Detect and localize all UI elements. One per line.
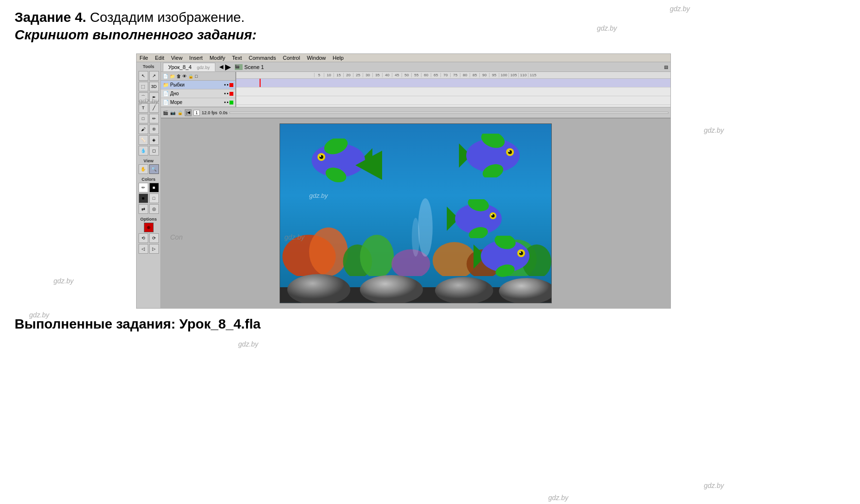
tool-row-3: ⌒ ✒ <box>138 92 159 102</box>
nav-forward[interactable]: ▶ <box>225 62 231 71</box>
tick-110: 110 <box>518 73 528 77</box>
tick-80: 80 <box>460 73 470 77</box>
tool-3d[interactable]: 3D <box>149 82 159 91</box>
watermark-8: gdz.by <box>238 340 258 348</box>
content-area: Урок_8_4 gdz.by ◀ ▶ 🎬 Scene 1 ▤ <box>161 62 670 308</box>
delete-layer-icon[interactable]: 🗑 <box>176 74 181 79</box>
colors-row1: ✏ ■ <box>138 183 159 192</box>
tool-color-swatch2[interactable]: □ <box>149 193 159 203</box>
layer-folder-icon: 📁 <box>163 82 169 87</box>
menu-text[interactable]: Text <box>232 55 242 61</box>
svg-point-13 <box>360 275 423 303</box>
tab-urok[interactable]: Урок_8_4 gdz.by <box>163 63 215 71</box>
colors-label: Colors <box>138 177 159 182</box>
svg-point-22 <box>320 156 321 157</box>
tool-eyedrop[interactable]: 💧 <box>139 146 148 156</box>
tick-65: 65 <box>431 73 440 77</box>
layer-row-more[interactable]: 📄 Море • • <box>161 98 235 107</box>
tool-opt5[interactable]: ▷ <box>149 244 159 254</box>
ide-main-layout: Tools ↖ ↗ ⬚ 3D ⌒ ✒ T ╱ □ ✏ 🖌 <box>137 62 670 308</box>
tool-zoom[interactable]: 🔍 <box>149 164 159 174</box>
tool-line[interactable]: ╱ <box>149 103 159 113</box>
header-area: Задание 4. Создадим изображение. Скриншо… <box>0 0 860 53</box>
menu-window[interactable]: Window <box>307 55 326 61</box>
timeline-area: Урок_8_4 gdz.by ◀ ▶ 🎬 Scene 1 ▤ <box>161 62 670 119</box>
tools-label: Tools <box>138 64 159 69</box>
tool-text[interactable]: T <box>139 103 148 113</box>
tick-10: 10 <box>324 73 333 77</box>
tool-opt2[interactable]: ⟲ <box>139 233 148 243</box>
tick-105: 105 <box>509 73 518 77</box>
tool-default-colors[interactable]: ◎ <box>149 204 159 214</box>
menu-modify[interactable]: Modify <box>210 55 225 61</box>
tool-eraser[interactable]: ◻ <box>149 146 159 156</box>
tool-stroke-color[interactable]: ✏ <box>139 183 148 192</box>
tool-fill[interactable]: ◈ <box>149 135 159 145</box>
tool-pencil[interactable]: ✏ <box>149 114 159 123</box>
vis-dot-dno: • <box>224 91 226 96</box>
watermark-4: gdz.by <box>704 126 724 134</box>
lock-dot: • <box>227 82 228 87</box>
options-label: Options <box>138 217 159 222</box>
add-folder-icon[interactable]: 📁 <box>170 74 175 79</box>
tick-85: 85 <box>470 73 479 77</box>
tick-60: 60 <box>421 73 431 77</box>
tool-subselect[interactable]: ↗ <box>149 71 159 81</box>
menu-insert[interactable]: Insert <box>189 55 203 61</box>
layer-controls-dno: • • <box>224 91 233 96</box>
layer-names-panel: 📄 📁 🗑 👁 🔒 □ 📁 Рыбки <box>161 72 236 107</box>
tool-lasso[interactable]: ⌒ <box>139 92 148 102</box>
options-row1: ⊕ <box>138 223 159 232</box>
tool-bone[interactable]: 🦴 <box>139 135 148 145</box>
tool-opt1[interactable]: ⊕ <box>144 223 154 232</box>
stage-area: gdz.by <box>161 119 670 308</box>
tool-brush[interactable]: 🖌 <box>139 124 148 134</box>
tick-100: 100 <box>499 73 509 77</box>
menu-control[interactable]: Control <box>283 55 300 61</box>
layer-name-rybki: Рыбки <box>170 82 185 87</box>
tick-55: 55 <box>411 73 421 77</box>
tool-swap-colors[interactable]: ⇄ <box>139 204 148 214</box>
tool-row-2: ⬚ 3D <box>138 82 159 91</box>
layer-row-rybki[interactable]: 📁 Рыбки • • <box>161 81 235 89</box>
menu-help[interactable]: Help <box>333 55 344 61</box>
layer-page-icon-more: 📄 <box>163 100 169 105</box>
tick-75: 75 <box>450 73 460 77</box>
tool-row-7: 🦴 ◈ <box>138 135 159 145</box>
tick-45: 45 <box>392 73 402 77</box>
play-back-btn[interactable]: |◀ <box>185 109 192 116</box>
vis-dot: • <box>224 82 226 87</box>
layer-lock-icon: 🔒 <box>188 74 193 79</box>
color-box-more <box>229 101 233 104</box>
camera-icon: 📷 <box>170 110 176 115</box>
tick-30: 30 <box>363 73 372 77</box>
menu-view[interactable]: View <box>171 55 183 61</box>
playhead <box>260 79 261 87</box>
svg-point-37 <box>491 214 492 215</box>
colors-row3: ⇄ ◎ <box>138 204 159 214</box>
watermark-10: gdz.by <box>704 482 724 489</box>
layer-name-dno: Дно <box>170 91 179 96</box>
menu-edit[interactable]: Edit <box>155 55 164 61</box>
tool-opt3[interactable]: ⟳ <box>149 233 159 243</box>
tool-row-5: □ ✏ <box>138 114 159 123</box>
layer-name-more: Море <box>170 100 182 105</box>
add-layer-icon[interactable]: 📄 <box>163 74 168 79</box>
tool-transform[interactable]: ⬚ <box>139 82 148 91</box>
timeline-scroll[interactable] <box>229 112 668 114</box>
tool-pen[interactable]: ✒ <box>149 92 159 102</box>
tool-opt4[interactable]: ◁ <box>139 244 148 254</box>
menu-file[interactable]: File <box>140 55 148 61</box>
title-line1: Задание 4. Создадим изображение. <box>15 10 845 25</box>
svg-point-9 <box>418 198 433 257</box>
tool-arrow[interactable]: ↖ <box>139 71 148 81</box>
layer-row-dno[interactable]: 📄 Дно • • <box>161 89 235 98</box>
menu-commands[interactable]: Commands <box>248 55 276 61</box>
tool-color-swatch1[interactable]: ■ <box>139 193 148 203</box>
tool-rect[interactable]: □ <box>139 114 148 123</box>
footer-title: Выполненные задания: Урок_8_4.fla <box>15 316 845 332</box>
tool-fill-color[interactable]: ■ <box>149 183 159 192</box>
nav-back[interactable]: ◀ <box>219 64 223 70</box>
tool-deco[interactable]: ❊ <box>149 124 159 134</box>
tool-hand[interactable]: ✋ <box>139 164 148 174</box>
